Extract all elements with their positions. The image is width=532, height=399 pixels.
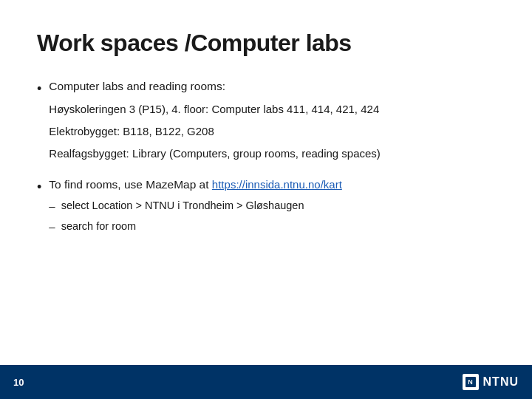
slide: Work spaces /Computer labs • Computer la… [0,0,532,399]
ntnu-icon-inner [466,377,476,387]
subline-1-1: Høyskoleringen 3 (P15), 4. floor: Comput… [49,100,495,118]
bullet-content-1: Computer labs and reading rooms: Høyskol… [49,78,495,163]
ntnu-icon [463,374,479,390]
dash-sym-2: – [49,218,55,236]
bullet-label-2-prefix: To find rooms, use MazeMap at [49,178,212,191]
bullet-section-2: • To find rooms, use MazeMap at https://… [37,176,495,236]
bullet-section-1: • Computer labs and reading rooms: Høysk… [37,78,495,163]
ntnu-logo: NTNU [463,374,519,390]
subline-1-3: Realfagsbygget: Library (Computers, grou… [49,145,495,163]
dash-sym-1: – [49,197,55,215]
subline-1-2: Elektrobygget: B118, B122, G208 [49,123,495,140]
dash-item-2: – search for room [49,218,495,236]
bullet-icon-1: • [37,78,41,100]
dash-text-2: search for room [61,218,137,235]
dash-text-1: select Location > NTNU i Trondheim > Glø… [61,197,304,214]
bullet-label-1: Computer labs and reading rooms: [49,80,225,92]
dash-item-1: – select Location > NTNU i Trondheim > G… [49,197,495,215]
bullet-content-2: To find rooms, use MazeMap at https://in… [49,176,495,236]
page-number: 10 [13,377,24,388]
slide-title: Work spaces /Computer labs [37,30,495,57]
slide-footer: 10 NTNU [0,365,532,399]
slide-content: • Computer labs and reading rooms: Høysk… [37,78,495,236]
bullet-icon-2: • [37,177,41,198]
ntnu-logo-text: NTNU [483,375,519,389]
mazemap-link[interactable]: https://innsida.ntnu.no/kart [212,178,342,191]
